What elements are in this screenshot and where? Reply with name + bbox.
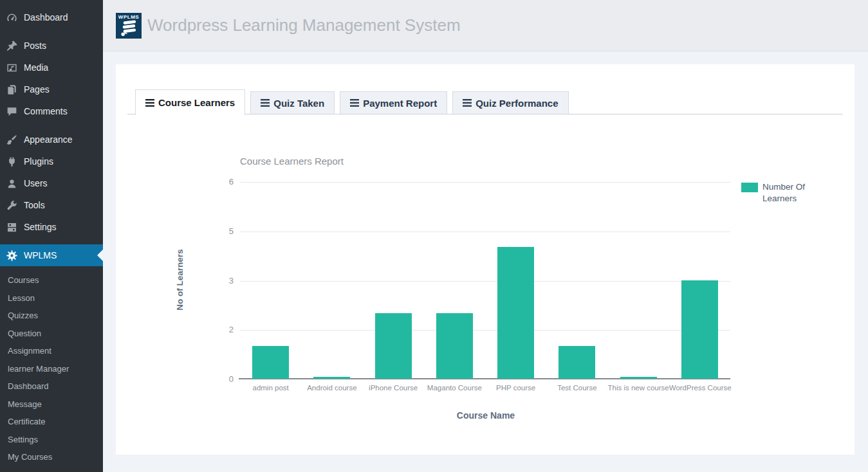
sidebar-item-appearance[interactable]: Appearance (0, 129, 103, 150)
sidebar-item-comments[interactable]: Comments (0, 100, 103, 122)
submenu-item-quizzes[interactable]: Quizzes (0, 307, 103, 325)
y-tick-label: 2 (213, 325, 234, 334)
tab-quiz-taken[interactable]: Quiz Taken (250, 91, 335, 114)
menu-separator (0, 28, 103, 35)
tab-quiz-performance[interactable]: Quiz Performance (452, 91, 568, 114)
menu-group: AppearancePluginsUsersToolsSettings (0, 129, 103, 238)
sidebar-item-dashboard[interactable]: Dashboard (0, 6, 103, 28)
sidebar-item-label: Settings (24, 222, 57, 232)
chart-title: Course Learners Report (240, 156, 344, 167)
y-tick-label: 6 (213, 177, 234, 186)
book-stack-icon (120, 20, 138, 37)
settings-icon (6, 221, 18, 233)
hamburger-icon (145, 99, 154, 107)
y-tick-label: 0 (213, 374, 234, 384)
sidebar-item-label: Dashboard (24, 12, 68, 23)
y-tick-label: 5 (213, 226, 234, 236)
gridline (240, 231, 730, 232)
wplms-submenu: CoursesLessonQuizzesQuestionAssignmentle… (0, 266, 103, 472)
sidebar-item-plugins[interactable]: Plugins (0, 150, 103, 172)
sidebar-item-label: WPLMS (24, 250, 57, 260)
submenu-item-courses[interactable]: Courses (0, 271, 103, 289)
pages-icon (6, 84, 18, 96)
sidebar-item-label: Plugins (24, 156, 53, 167)
sidebar-item-label: Posts (24, 41, 46, 51)
tab-payment-report[interactable]: Payment Report (340, 91, 447, 114)
bar-test-course (559, 346, 595, 379)
current-menu-arrow (97, 250, 103, 261)
submenu-item-lesson[interactable]: Lesson (0, 289, 103, 307)
x-tick-label: Maganto Course (424, 384, 485, 392)
x-tick-label: iPhone Course (363, 384, 424, 392)
sidebar-item-label: Users (24, 178, 48, 188)
x-tick-label: This is new course (608, 384, 669, 392)
submenu-item-assignment[interactable]: Assignment (0, 342, 103, 360)
sidebar-item-wplms[interactable]: WPLMS (0, 244, 103, 266)
x-tick-label: WordPress Course (669, 384, 730, 392)
tab-label: Quiz Performance (476, 98, 558, 109)
tab-bar: Course LearnersQuiz TakenPayment ReportQ… (127, 89, 843, 114)
tab-label: Course Learners (158, 97, 235, 108)
page-header: WPLMS Wordpress Learning Management Syst… (103, 0, 868, 51)
legend-swatch (741, 183, 758, 192)
submenu-item-learner-manager[interactable]: learner Manager (0, 360, 103, 378)
appearance-icon (6, 134, 18, 146)
users-icon (6, 177, 18, 190)
hamburger-icon (261, 99, 270, 107)
x-tick-label: Android course (301, 384, 362, 392)
wplms-logo[interactable]: WPLMS (116, 13, 142, 39)
gridline (240, 281, 730, 282)
sidebar-item-label: Comments (24, 106, 68, 116)
comments-icon (6, 105, 18, 118)
bar-android-course (313, 377, 350, 379)
bar-php-course (497, 247, 534, 379)
submenu-item-dashboard[interactable]: Dashboard (0, 377, 103, 395)
gridline (240, 330, 730, 331)
report-panel: Course LearnersQuiz TakenPayment ReportQ… (116, 64, 854, 455)
tab-course-learners[interactable]: Course Learners (135, 89, 245, 115)
chart-legend: Number Of Learners (741, 181, 825, 204)
submenu-item-certificate[interactable]: Certificate (0, 413, 103, 431)
submenu-item-my-courses[interactable]: My Courses (0, 448, 103, 466)
y-axis-title: No of Learners (175, 249, 185, 310)
submenu-item-message[interactable]: Message (0, 395, 103, 413)
gridline (240, 182, 730, 183)
sidebar-item-media[interactable]: Media (0, 57, 103, 78)
bar-wordpress-course (681, 280, 718, 379)
sidebar-item-label: Pages (24, 84, 50, 95)
x-axis-title: Course Name (457, 410, 515, 421)
sidebar-menu: DashboardPostsMediaPagesCommentsAppearan… (0, 0, 103, 472)
admin-sidebar: DashboardPostsMediaPagesCommentsAppearan… (0, 0, 103, 472)
gear-icon (6, 250, 18, 262)
tab-label: Quiz Taken (273, 98, 324, 109)
submenu-item-question[interactable]: Question (0, 325, 103, 343)
y-tick-label: 3 (213, 276, 234, 286)
menu-group: Dashboard (0, 0, 103, 28)
sidebar-item-label: Appearance (24, 134, 73, 145)
sidebar-item-pages[interactable]: Pages (0, 78, 103, 100)
menu-group: PostsMediaPagesComments (0, 35, 103, 122)
menu-separator (0, 238, 103, 244)
bar-maganto-course (436, 313, 473, 379)
sidebar-item-tools[interactable]: Tools (0, 194, 103, 216)
x-tick-label: Test Course (546, 384, 607, 392)
wplms-logo-text: WPLMS (118, 14, 139, 20)
chart-plot: 02356admin postAndroid courseiPhone Cour… (240, 182, 730, 379)
dashboard-icon (6, 12, 18, 24)
sidebar-item-posts[interactable]: Posts (0, 35, 103, 57)
legend-label: Number Of Learners (762, 181, 817, 204)
tools-icon (6, 199, 18, 212)
media-icon (6, 62, 18, 74)
bar-iphone-course (375, 313, 412, 379)
bar-this-is-new-course (620, 377, 657, 379)
sidebar-item-settings[interactable]: Settings (0, 216, 103, 238)
x-tick-label: admin post (240, 384, 301, 392)
submenu-item-settings[interactable]: Settings (0, 431, 103, 449)
menu-group: WPLMS (0, 244, 103, 266)
pin-icon (6, 40, 18, 52)
plugin-icon (6, 156, 18, 168)
sidebar-item-label: Media (24, 62, 48, 73)
sidebar-item-label: Tools (24, 200, 45, 210)
tab-label: Payment Report (363, 98, 437, 109)
sidebar-item-users[interactable]: Users (0, 172, 103, 194)
